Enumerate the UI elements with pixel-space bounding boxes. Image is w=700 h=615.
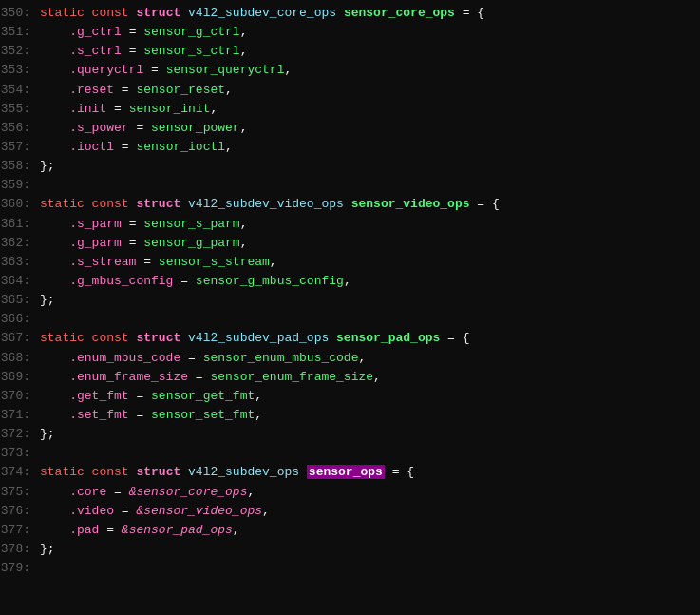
line-content: static const struct v4l2_subdev_pad_ops …	[40, 329, 700, 348]
line-content: .queryctrl = sensor_queryctrl,	[40, 61, 700, 80]
code-line: 370: .get_fmt = sensor_get_fmt,	[0, 387, 700, 406]
code-line: 357: .ioctl = sensor_ioctl,	[0, 138, 700, 157]
line-number: 358:	[0, 157, 40, 176]
code-line: 367:static const struct v4l2_subdev_pad_…	[0, 329, 700, 348]
line-number: 355:	[0, 100, 40, 119]
code-token: ,	[240, 44, 248, 58]
code-token: ,	[225, 83, 233, 97]
code-token: sensor_core_ops	[344, 6, 455, 20]
line-content: .enum_mbus_code = sensor_enum_mbus_code,	[40, 349, 700, 368]
code-token: .init	[40, 102, 106, 116]
line-content: .s_parm = sensor_s_parm,	[40, 215, 700, 234]
code-token: ,	[240, 25, 248, 39]
code-line: 358:};	[0, 157, 700, 176]
code-token: sensor_power	[151, 121, 240, 135]
code-token: .enum_frame_size	[40, 370, 188, 384]
line-content: .video = &sensor_video_ops,	[40, 502, 700, 521]
code-line: 352: .s_ctrl = sensor_s_ctrl,	[0, 42, 700, 61]
line-number: 362:	[0, 234, 40, 253]
code-token: sensor_s_parm	[143, 217, 239, 231]
code-token: =	[129, 408, 151, 422]
code-token: v4l2_subdev_core_ops	[180, 6, 344, 20]
line-number: 359:	[0, 176, 40, 195]
code-line: 355: .init = sensor_init,	[0, 100, 700, 119]
code-token: .enum_mbus_code	[40, 351, 180, 365]
code-token: sensor_get_fmt	[151, 389, 255, 403]
line-number: 376:	[0, 502, 40, 521]
code-line: 360:static const struct v4l2_subdev_vide…	[0, 195, 700, 214]
line-content: };	[40, 425, 700, 444]
line-number: 361:	[0, 215, 40, 234]
line-number: 377:	[0, 521, 40, 540]
code-token: =	[129, 121, 151, 135]
code-token: sensor_s_stream	[159, 255, 270, 269]
line-number: 363:	[0, 253, 40, 272]
line-number: 371:	[0, 406, 40, 425]
code-line: 372:};	[0, 425, 700, 444]
code-token: .queryctrl	[40, 63, 143, 77]
code-token: sensor_pad_ops	[336, 331, 440, 345]
code-token: struct	[136, 331, 180, 345]
line-content: .get_fmt = sensor_get_fmt,	[40, 387, 700, 406]
line-content: static const struct v4l2_subdev_video_op…	[40, 195, 700, 214]
code-token: struct	[136, 465, 180, 479]
code-token: sensor_init	[129, 102, 211, 116]
code-token: .video	[40, 504, 114, 518]
line-number: 366:	[0, 310, 40, 329]
line-content: .set_fmt = sensor_set_fmt,	[40, 406, 700, 425]
line-number: 350:	[0, 4, 40, 23]
code-token: ,	[240, 121, 248, 135]
line-content: .core = &sensor_core_ops,	[40, 483, 700, 502]
line-content	[40, 444, 700, 463]
line-content: .pad = &sensor_pad_ops,	[40, 521, 700, 540]
line-number: 365:	[0, 291, 40, 310]
code-line: 363: .s_stream = sensor_s_stream,	[0, 253, 700, 272]
line-number: 354:	[0, 81, 40, 100]
code-token: =	[173, 274, 195, 288]
code-token: =	[114, 140, 136, 154]
code-token: };	[40, 159, 55, 173]
line-number: 356:	[0, 119, 40, 138]
code-token: =	[99, 523, 121, 537]
code-token: v4l2_subdev_video_ops	[180, 197, 350, 211]
code-token: .s_parm	[40, 217, 122, 231]
code-token: sensor_enum_mbus_code	[203, 351, 359, 365]
line-number: 379:	[0, 559, 40, 578]
line-number: 368:	[0, 349, 40, 368]
line-content: };	[40, 540, 700, 559]
line-content: .g_mbus_config = sensor_g_mbus_config,	[40, 272, 700, 291]
line-content: static const struct v4l2_subdev_core_ops…	[40, 4, 700, 23]
code-token: sensor_g_ctrl	[143, 25, 239, 39]
line-number: 357:	[0, 138, 40, 157]
line-content: .g_ctrl = sensor_g_ctrl,	[40, 23, 700, 42]
line-content	[40, 176, 700, 195]
code-token: sensor_enum_frame_size	[210, 370, 373, 384]
code-token: ,	[284, 63, 292, 77]
code-token: .pad	[40, 523, 99, 537]
code-token: ,	[255, 408, 262, 422]
code-token: .g_mbus_config	[40, 274, 173, 288]
line-content: .g_parm = sensor_g_parm,	[40, 234, 700, 253]
code-token: struct	[136, 197, 180, 211]
code-line: 356: .s_power = sensor_power,	[0, 119, 700, 138]
code-token: sensor_video_ops	[351, 197, 470, 211]
code-token: };	[40, 293, 55, 307]
code-token: static const	[40, 6, 136, 20]
code-token: sensor_g_parm	[143, 236, 239, 250]
line-content: static const struct v4l2_subdev_ops sens…	[40, 463, 700, 482]
code-line: 374:static const struct v4l2_subdev_ops …	[0, 463, 700, 482]
code-token: .s_stream	[40, 255, 136, 269]
code-line: 361: .s_parm = sensor_s_parm,	[0, 215, 700, 234]
code-token: sensor_set_fmt	[151, 408, 255, 422]
code-line: 369: .enum_frame_size = sensor_enum_fram…	[0, 368, 700, 387]
code-token: static const	[40, 465, 136, 479]
code-token: sensor_queryctrl	[166, 63, 285, 77]
code-token: =	[114, 504, 136, 518]
line-content	[40, 310, 700, 329]
code-token: v4l2_subdev_pad_ops	[180, 331, 336, 345]
code-line: 366:	[0, 310, 700, 329]
code-token: .reset	[40, 83, 114, 97]
line-number: 364:	[0, 272, 40, 291]
code-token: };	[40, 542, 55, 556]
code-token: .get_fmt	[40, 389, 129, 403]
